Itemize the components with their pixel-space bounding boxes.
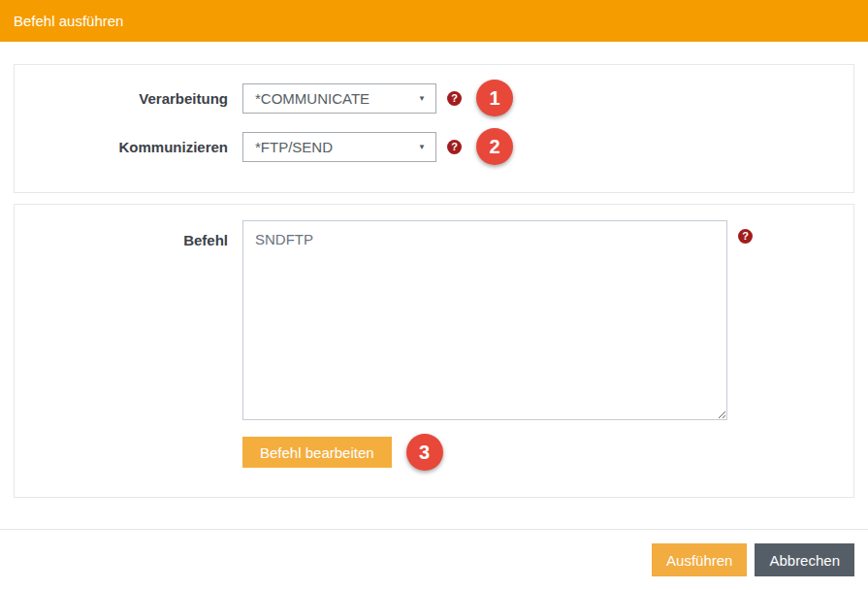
help-icon[interactable]: ? [447, 140, 462, 154]
command-field-row: Befehl ? [15, 220, 853, 420]
kommunizieren-select-value: *FTP/SEND [255, 139, 333, 155]
annotation-badge-2: 2 [476, 128, 513, 165]
verarbeitung-label: Verarbeitung [15, 90, 228, 107]
kommunizieren-select[interactable]: *FTP/SEND ▼ [242, 132, 436, 162]
help-icon[interactable]: ? [738, 229, 753, 244]
processing-panel: Verarbeitung *COMMUNICATE ▼ ? 1 Kommuniz… [14, 64, 854, 193]
edit-command-button[interactable]: Befehl bearbeiten [242, 437, 392, 468]
dialog-footer: Ausführen Abbrechen [0, 543, 868, 576]
verarbeitung-select-value: *COMMUNICATE [255, 90, 370, 107]
execute-button[interactable]: Ausführen [652, 543, 747, 576]
chevron-down-icon: ▼ [418, 143, 426, 151]
dialog-titlebar: Befehl ausführen [0, 0, 868, 42]
befehl-label: Befehl [15, 220, 228, 248]
help-icon[interactable]: ? [447, 91, 462, 106]
footer-divider [0, 529, 868, 530]
command-panel: Befehl ? Befehl bearbeiten 3 [14, 204, 854, 498]
chevron-down-icon: ▼ [418, 94, 426, 103]
kommunizieren-label: Kommunizieren [15, 139, 228, 155]
field-row-verarbeitung: Verarbeitung *COMMUNICATE ▼ ? 1 [15, 80, 853, 116]
verarbeitung-select[interactable]: *COMMUNICATE ▼ [242, 83, 436, 114]
edit-button-row: Befehl bearbeiten 3 [15, 434, 853, 471]
annotation-badge-1: 1 [476, 80, 513, 116]
cancel-button[interactable]: Abbrechen [755, 543, 854, 576]
field-row-kommunizieren: Kommunizieren *FTP/SEND ▼ ? 2 [15, 128, 853, 165]
annotation-badge-3: 3 [406, 434, 443, 471]
befehl-textarea[interactable] [242, 220, 727, 420]
dialog-title: Befehl ausführen [14, 13, 123, 29]
